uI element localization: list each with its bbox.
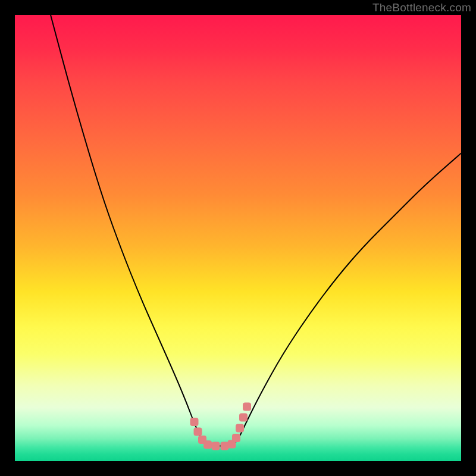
series-left-curve (51, 15, 202, 440)
valley-marker (239, 414, 248, 422)
valley-marker (243, 403, 251, 411)
plot-area (15, 15, 461, 461)
valley-marker (203, 440, 212, 449)
valley-marker (194, 428, 202, 436)
series-right-curve (238, 154, 461, 440)
valley-marker (232, 434, 240, 442)
valley-marker (212, 442, 220, 450)
attribution-label: TheBottleneck.com (372, 1, 471, 14)
chart-frame: TheBottleneck.com (0, 0, 476, 476)
valley-marker (236, 424, 244, 433)
valley-marker (190, 418, 199, 426)
curve-layer (15, 15, 461, 461)
valley-marker (221, 442, 229, 450)
